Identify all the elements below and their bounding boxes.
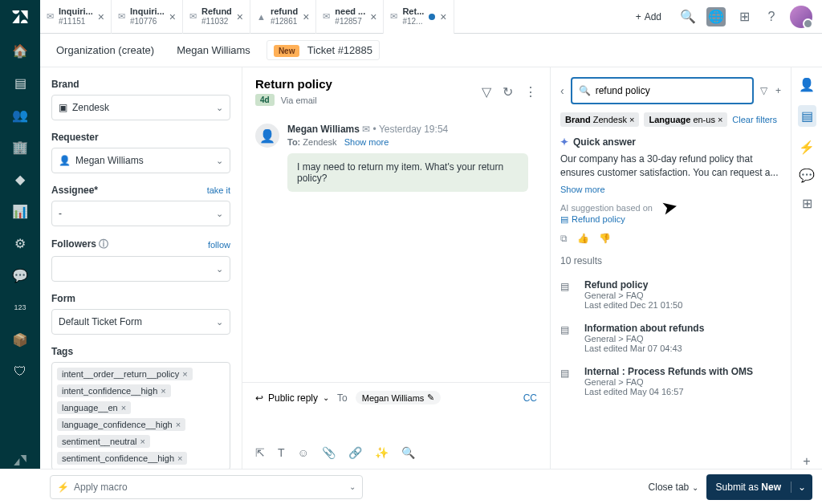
ticket-tab[interactable]: ✉ Inquiri...#10776 × bbox=[112, 0, 183, 34]
shapes-icon[interactable]: ◆ bbox=[11, 170, 29, 188]
add-app-icon[interactable]: + bbox=[803, 454, 810, 469]
breadcrumb-user[interactable]: Megan Williams bbox=[170, 41, 257, 59]
followers-select[interactable]: ⌄ bbox=[51, 256, 230, 282]
user-context-icon[interactable]: 👤 bbox=[799, 77, 815, 92]
assignee-select[interactable]: - ⌄ bbox=[51, 201, 230, 226]
close-icon[interactable]: × bbox=[169, 10, 176, 23]
remove-icon[interactable]: × bbox=[177, 453, 182, 463]
ticket-tab[interactable]: ✉ Inquiri...#11151 × bbox=[40, 0, 112, 34]
brand-select[interactable]: ▣Zendesk ⌄ bbox=[51, 95, 230, 120]
tags-field[interactable]: intent__order__return__policy×intent_con… bbox=[51, 362, 230, 469]
filter-icon[interactable]: ▽ bbox=[760, 85, 767, 96]
add-tab-button[interactable]: + Add bbox=[628, 11, 669, 22]
kb-search-input[interactable]: 🔍 bbox=[571, 77, 754, 104]
link-icon[interactable]: 🔗 bbox=[348, 446, 362, 459]
knowledge-icon[interactable]: ▤ bbox=[798, 105, 816, 127]
cc-button[interactable]: CC bbox=[523, 392, 537, 404]
remove-icon[interactable]: × bbox=[121, 403, 126, 413]
package-icon[interactable]: 📦 bbox=[11, 331, 29, 348]
tag-chip[interactable]: language__en× bbox=[57, 401, 131, 414]
submit-button[interactable]: Submit as New ⌄ bbox=[706, 474, 812, 500]
attachment-icon[interactable]: 📎 bbox=[322, 446, 336, 459]
remove-icon[interactable]: × bbox=[629, 115, 634, 124]
close-tab-button[interactable]: Close tab ⌄ bbox=[649, 482, 698, 493]
chat-context-icon[interactable]: 💬 bbox=[799, 168, 815, 183]
text-format-icon[interactable]: T bbox=[278, 446, 285, 459]
home-icon[interactable]: 🏠 bbox=[11, 42, 29, 59]
sender-name[interactable]: Megan Williams bbox=[287, 124, 360, 135]
apply-macro-button[interactable]: ⚡Apply macro ⌄ bbox=[50, 475, 363, 499]
history-icon[interactable]: ↻ bbox=[503, 84, 513, 100]
ticket-tab[interactable]: ✉ Ret...#12... × bbox=[384, 0, 454, 34]
zendesk-products-icon[interactable] bbox=[11, 451, 29, 469]
expand-icon[interactable]: ⇱ bbox=[255, 446, 265, 459]
help-icon[interactable]: ? bbox=[763, 8, 780, 26]
close-icon[interactable]: × bbox=[440, 10, 446, 23]
close-icon[interactable]: × bbox=[98, 10, 104, 23]
form-select[interactable]: Default Ticket Form ⌄ bbox=[51, 309, 230, 335]
remove-icon[interactable]: × bbox=[718, 115, 722, 124]
magic-icon[interactable]: ⚡ bbox=[799, 140, 815, 155]
reply-textarea[interactable] bbox=[255, 404, 537, 441]
breadcrumb-ticket[interactable]: New Ticket #12885 bbox=[267, 40, 380, 60]
org-icon[interactable]: 🏢 bbox=[11, 138, 29, 156]
recipient-pill[interactable]: Megan Williams ✎ bbox=[356, 391, 442, 404]
breadcrumb-org[interactable]: Organization (create) bbox=[50, 41, 161, 59]
sender-avatar[interactable]: 👤 bbox=[255, 124, 279, 148]
take-it-link[interactable]: take it bbox=[207, 185, 230, 195]
search-result[interactable]: ▤ Internal : Process Refunds with OMSGen… bbox=[560, 360, 781, 403]
tag-chip[interactable]: language_confidence__high× bbox=[57, 418, 185, 431]
tag-chip[interactable]: sentiment_confidence__high× bbox=[57, 452, 187, 465]
filter-chip[interactable]: Brand Zendesk × bbox=[560, 112, 639, 127]
ticket-tab[interactable]: ✉ Refund#11032 × bbox=[183, 0, 250, 34]
search-icon[interactable]: 🔍 bbox=[401, 446, 415, 459]
remove-icon[interactable]: × bbox=[140, 437, 145, 446]
search-icon[interactable]: 🔍 bbox=[679, 8, 697, 26]
remove-icon[interactable]: × bbox=[176, 420, 181, 429]
source-link[interactable]: ▤ Refund policy bbox=[560, 214, 781, 225]
more-icon[interactable]: ⋮ bbox=[524, 84, 537, 100]
numbers-icon[interactable]: 123 bbox=[11, 299, 29, 316]
tag-chip[interactable]: intent_confidence__high× bbox=[57, 384, 171, 397]
apps-grid-icon[interactable]: ⊞ bbox=[802, 196, 812, 211]
submit-split-icon[interactable]: ⌄ bbox=[791, 482, 812, 493]
close-icon[interactable]: × bbox=[237, 10, 243, 23]
search-result[interactable]: ▤ Information about refundsGeneral > FAQ… bbox=[560, 316, 781, 360]
edit-icon[interactable]: ✎ bbox=[427, 392, 434, 403]
remove-icon[interactable]: × bbox=[182, 369, 187, 379]
chat-icon[interactable]: 💬 bbox=[11, 266, 29, 284]
add-icon[interactable]: + bbox=[775, 85, 781, 96]
reports-icon[interactable]: 📊 bbox=[11, 202, 29, 220]
info-icon[interactable]: ⓘ bbox=[99, 238, 108, 250]
remove-icon[interactable]: × bbox=[161, 386, 165, 396]
show-more-link[interactable]: Show more bbox=[560, 185, 605, 194]
search-result[interactable]: ▤ Refund policyGeneral > FAQLast edited … bbox=[560, 273, 781, 316]
settings-icon[interactable]: ⚙ bbox=[11, 234, 29, 252]
tag-chip[interactable]: sentiment__neutral× bbox=[57, 435, 150, 448]
close-icon[interactable]: × bbox=[370, 10, 376, 23]
sparkle-icon[interactable]: ✨ bbox=[375, 446, 389, 459]
globe-icon[interactable]: 🌐 bbox=[706, 7, 726, 26]
ticket-tab[interactable]: ✉ need ...#12857 × bbox=[316, 0, 384, 34]
requester-select[interactable]: 👤Megan Williams ⌄ bbox=[51, 148, 230, 173]
filter-chip[interactable]: Language en-us × bbox=[644, 112, 727, 127]
views-icon[interactable]: ▤ bbox=[11, 74, 29, 91]
customers-icon[interactable]: 👥 bbox=[11, 106, 29, 124]
user-avatar[interactable] bbox=[790, 6, 812, 28]
back-icon[interactable]: ‹ bbox=[560, 84, 564, 97]
emoji-icon[interactable]: ☺ bbox=[298, 446, 309, 459]
close-icon[interactable]: × bbox=[303, 10, 309, 23]
apps-icon[interactable]: ⊞ bbox=[735, 8, 753, 26]
thumbs-up-icon[interactable]: 👍 bbox=[577, 233, 589, 244]
copy-icon[interactable]: ⧉ bbox=[560, 233, 568, 244]
brand-logo[interactable] bbox=[0, 0, 40, 34]
kb-search-field[interactable] bbox=[596, 85, 746, 96]
follow-link[interactable]: follow bbox=[208, 240, 230, 250]
show-more-link[interactable]: Show more bbox=[344, 137, 389, 147]
clear-filters-link[interactable]: Clear filters bbox=[732, 115, 777, 124]
filter-icon[interactable]: ▽ bbox=[482, 84, 491, 100]
ticket-tab[interactable]: ▲ refund#12861 × bbox=[250, 0, 316, 34]
thumbs-down-icon[interactable]: 👎 bbox=[599, 233, 611, 244]
tag-chip[interactable]: intent__order__return__policy× bbox=[57, 368, 193, 380]
shield-icon[interactable]: 🛡 bbox=[11, 363, 29, 380]
